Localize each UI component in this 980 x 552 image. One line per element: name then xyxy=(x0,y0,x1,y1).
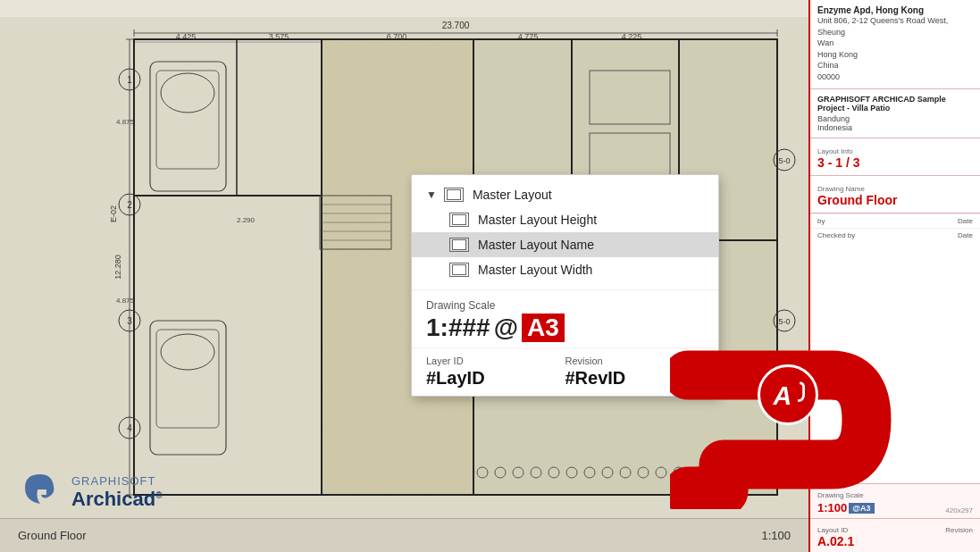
company-section: Enzyme Apd, Hong Kong Unit 806, 2-12 Que… xyxy=(810,0,980,89)
dropdown-item-master-layout[interactable]: ▼ Master Layout xyxy=(412,182,718,207)
drawing-name-value: Ground Floor xyxy=(817,193,973,207)
checked-date-label: Date xyxy=(958,231,973,239)
layout-icon-master xyxy=(444,188,464,202)
rp-revision-label: Revision xyxy=(945,526,973,534)
date-label: Date xyxy=(958,217,973,225)
svg-text:5-0: 5-0 xyxy=(778,317,790,326)
page-size-badge: A3 xyxy=(522,314,565,342)
svg-text:2.290: 2.290 xyxy=(237,216,255,224)
product-name: Archicad® xyxy=(71,488,163,511)
svg-text:A: A xyxy=(773,381,792,410)
drawing-size-note: 420x297 xyxy=(945,506,973,514)
scale-section: Drawing Scale 1:### @ A3 xyxy=(412,290,718,348)
drawing-name-label: Drawing Name xyxy=(817,185,973,193)
layout-icon-name xyxy=(449,238,469,252)
dropdown-item-master-layout-width[interactable]: Master Layout Width xyxy=(412,257,718,282)
svg-text:4.875: 4.875 xyxy=(116,297,135,305)
layer-id-label: Layer ID xyxy=(426,355,565,366)
dropdown-item-master-layout-name[interactable]: Master Layout Name xyxy=(412,232,718,257)
layer-id-col: Layer ID #LayID xyxy=(426,355,565,389)
svg-text:1: 1 xyxy=(127,75,132,85)
layout-info-value: 3 - 1 / 3 xyxy=(817,155,973,170)
rp-layout-id-value: A.02.1 xyxy=(817,534,973,548)
project-section: GRAPHISOFT ARCHICAD Sample Project - Vil… xyxy=(810,89,980,138)
graphisoft-logo-icon xyxy=(18,470,63,514)
svg-text:2: 2 xyxy=(127,200,132,210)
checked-by-label: Checked by xyxy=(817,231,855,239)
layout-info-section: Layout Info 3 - 1 / 3 xyxy=(810,138,980,176)
layout-info-label: Layout Info xyxy=(817,147,973,155)
company-name: Enzyme Apd, Hong Kong xyxy=(817,5,973,15)
layout-icon-height xyxy=(449,213,469,227)
rp-layout-id-label: Layout ID xyxy=(817,526,848,534)
brand-name: GRAPHISOFT xyxy=(71,474,163,488)
logo-text: GRAPHISOFT Archicad® xyxy=(71,474,163,511)
layer-id-value: #LayID xyxy=(426,368,565,389)
archicad-a-logo: A xyxy=(768,375,808,414)
drawing-scale-value: 1:### @ A3 xyxy=(426,314,704,342)
svg-text:12.280: 12.280 xyxy=(113,255,122,280)
dropdown-arrow-icon: ▼ xyxy=(426,188,437,201)
svg-point-78 xyxy=(30,486,38,493)
layout-icon-width xyxy=(449,263,469,277)
dropdown-item-master-layout-height[interactable]: Master Layout Height xyxy=(412,207,718,232)
layout-items-section: ▼ Master Layout Master Layout Height Mas… xyxy=(412,175,718,290)
by-label: by xyxy=(817,217,825,225)
drawing-name-section: Drawing Name Ground Floor xyxy=(810,176,980,213)
logo-area: GRAPHISOFT Archicad® xyxy=(18,470,163,514)
drawing-scale-label: Drawing Scale xyxy=(426,299,704,312)
project-location: Bandung Indonesia xyxy=(817,114,973,132)
by-row: by Date xyxy=(810,213,980,228)
svg-text:23.700: 23.700 xyxy=(442,21,470,30)
rp-layoutid-section: Layout ID Revision A.02.1 xyxy=(810,518,980,552)
ground-floor-label: Ground Floor xyxy=(18,529,87,542)
project-name: GRAPHISOFT ARCHICAD Sample Project - Vil… xyxy=(817,95,973,113)
svg-text:5-0: 5-0 xyxy=(778,156,790,165)
svg-text:3: 3 xyxy=(127,316,132,326)
company-address: Unit 806, 2-12 Queens's Road West, Sheun… xyxy=(817,15,973,83)
checked-by-row: Checked by Date xyxy=(810,228,980,242)
svg-text:4.875: 4.875 xyxy=(116,118,135,126)
scale-label: 1:100 xyxy=(761,529,791,542)
svg-text:4: 4 xyxy=(127,423,132,433)
bottom-bar: Ground Floor 1:100 xyxy=(0,518,808,552)
svg-text:E-02: E-02 xyxy=(109,205,118,222)
archicad-circle-logo: A xyxy=(758,364,818,425)
